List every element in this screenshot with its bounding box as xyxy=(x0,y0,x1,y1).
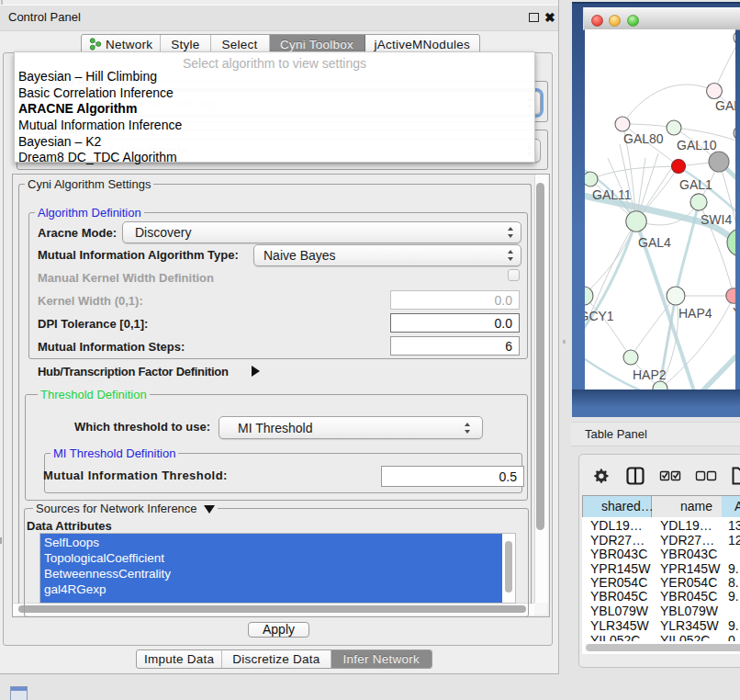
svg-text:Y: Y xyxy=(733,305,735,320)
svg-text:SWI4: SWI4 xyxy=(701,212,732,227)
svg-text:GAL4: GAL4 xyxy=(638,235,671,250)
svg-text:HAP2: HAP2 xyxy=(633,367,667,382)
svg-text:GAL10: GAL10 xyxy=(677,138,717,152)
svg-text:GAL1: GAL1 xyxy=(679,177,712,192)
svg-text:GAL11: GAL11 xyxy=(592,187,632,202)
svg-text:GCY1: GCY1 xyxy=(585,309,614,323)
svg-text:HAP4: HAP4 xyxy=(678,306,712,321)
svg-text:GAL7: GAL7 xyxy=(715,98,735,113)
svg-text:GAL80: GAL80 xyxy=(623,131,664,146)
